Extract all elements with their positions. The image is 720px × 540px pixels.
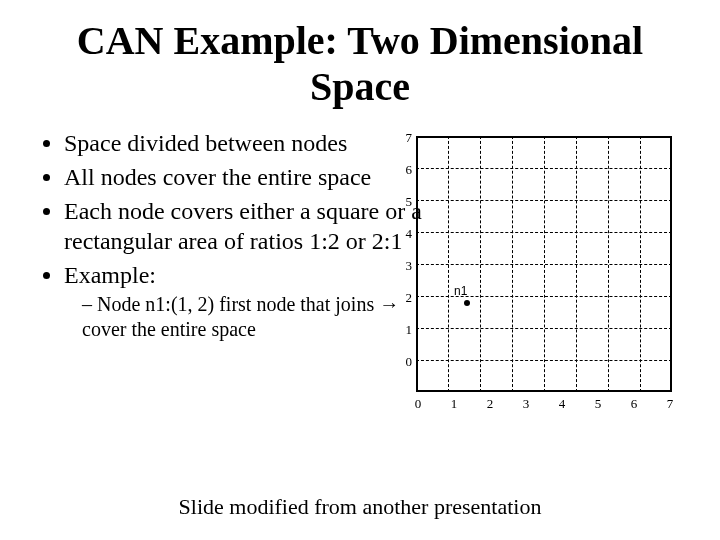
x-tick: 3 — [514, 396, 538, 412]
x-tick: 2 — [478, 396, 502, 412]
bullet-list: Space divided between nodes All nodes co… — [36, 128, 426, 342]
x-tick: 7 — [658, 396, 682, 412]
bullet-item: Each node covers either a square or a re… — [64, 196, 426, 256]
x-tick: 4 — [550, 396, 574, 412]
node-dot — [464, 300, 470, 306]
slide: CAN Example: Two Dimensional Space Space… — [0, 0, 720, 540]
sub-bullet-text-a: Node n1:(1, 2) first node that joins — [97, 293, 379, 315]
y-tick: 4 — [392, 226, 412, 242]
y-tick: 0 — [392, 354, 412, 370]
footer-text: Slide modified from another presentation — [0, 494, 720, 520]
grid-chart: 7 6 5 4 3 2 1 0 0 1 2 3 4 5 6 7 n1 — [388, 128, 688, 418]
bullet-item: All nodes cover the entire space — [64, 162, 426, 192]
page-title: CAN Example: Two Dimensional Space — [36, 18, 684, 110]
x-tick: 0 — [406, 396, 430, 412]
bullet-text: Example: — [64, 262, 156, 288]
x-tick: 1 — [442, 396, 466, 412]
node-label: n1 — [454, 284, 467, 298]
sub-bullet-list: Node n1:(1, 2) first node that joins → c… — [64, 292, 426, 342]
bullet-item: Space divided between nodes — [64, 128, 426, 158]
grid-border — [416, 136, 672, 392]
y-tick: 7 — [392, 130, 412, 146]
content-area: Space divided between nodes All nodes co… — [36, 128, 684, 342]
y-tick: 2 — [392, 290, 412, 306]
bullet-item: Example: Node n1:(1, 2) first node that … — [64, 260, 426, 342]
x-tick: 5 — [586, 396, 610, 412]
y-tick: 1 — [392, 322, 412, 338]
x-tick: 6 — [622, 396, 646, 412]
sub-bullet-item: Node n1:(1, 2) first node that joins → c… — [82, 292, 426, 342]
y-tick: 5 — [392, 194, 412, 210]
y-tick: 6 — [392, 162, 412, 178]
sub-bullet-text-b: cover the entire space — [82, 318, 256, 340]
y-tick: 3 — [392, 258, 412, 274]
